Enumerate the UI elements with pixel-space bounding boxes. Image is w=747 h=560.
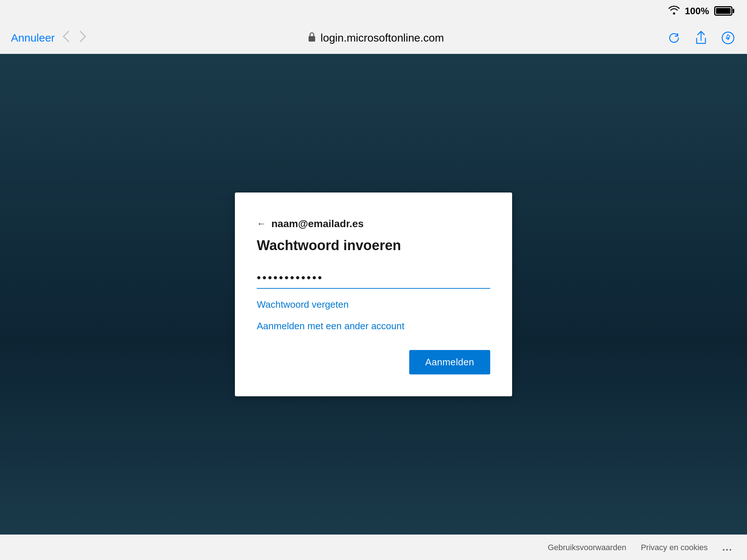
login-card: ← naam@emailadr.es Wachtwoord invoeren W… [235,192,512,396]
signin-button[interactable]: Aanmelden [409,350,490,374]
status-bar: 100% [0,0,747,22]
battery-percentage: 100% [685,5,709,17]
email-display: naam@emailadr.es [271,218,364,230]
back-email-row: ← naam@emailadr.es [257,218,490,230]
password-input-wrapper [257,268,490,289]
wifi-icon [668,5,680,17]
privacy-link[interactable]: Privacy en cookies [641,543,708,552]
toolbar-right [663,30,736,46]
compass-button[interactable] [720,30,736,46]
toolbar-left: Annuleer [11,28,88,47]
share-button[interactable] [693,30,709,46]
other-account-link[interactable]: Aanmelden met een ander account [257,320,405,332]
status-bar-right: 100% [668,5,733,17]
terms-link[interactable]: Gebruiksvoorwaarden [548,543,626,552]
svg-rect-0 [309,36,315,42]
back-arrow-icon: ← [257,218,266,229]
svg-point-2 [727,37,729,39]
reload-button[interactable] [666,30,682,46]
toolbar-center: login.microsoftonline.com [96,31,656,44]
forgot-password-link[interactable]: Wachtwoord vergeten [257,299,349,310]
battery-icon [714,6,732,16]
browser-footer: Gebruiksvoorwaarden Privacy en cookies .… [0,534,747,560]
forward-nav-button[interactable] [77,28,88,47]
page-title: Wachtwoord invoeren [257,238,490,253]
password-input[interactable] [257,268,490,288]
browser-toolbar: Annuleer login.microsoftonline.com [0,22,747,54]
signin-button-row: Aanmelden [257,350,490,374]
back-nav-button[interactable] [61,28,71,47]
lock-icon [307,31,316,44]
main-content: ← naam@emailadr.es Wachtwoord invoeren W… [0,54,747,534]
more-options-button[interactable]: ... [722,542,732,553]
url-display[interactable]: login.microsoftonline.com [321,32,444,44]
cancel-button[interactable]: Annuleer [11,32,55,44]
